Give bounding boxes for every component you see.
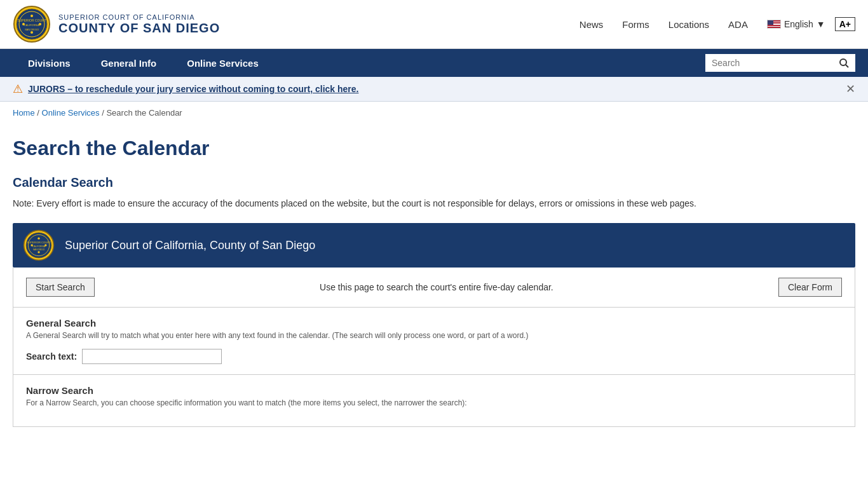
svg-text:CALIFORNIA: CALIFORNIA <box>24 24 39 27</box>
calendar-search-title: Calendar Search <box>13 175 855 190</box>
general-search-desc: A General Search will try to match what … <box>26 331 842 340</box>
svg-text:SUPERIOR COURT: SUPERIOR COURT <box>27 241 51 244</box>
svg-point-18 <box>37 238 39 240</box>
svg-line-11 <box>846 65 848 67</box>
general-search-section: General Search A General Search will try… <box>13 308 855 375</box>
nav-divisions[interactable]: Divisions <box>13 49 86 77</box>
breadcrumb-online-services[interactable]: Online Services <box>42 108 100 118</box>
svg-point-8 <box>22 23 25 25</box>
search-buttons-row: Start Search Use this page to search the… <box>13 268 855 307</box>
alert-close-button[interactable]: ✕ <box>846 82 855 96</box>
start-search-button[interactable]: Start Search <box>26 278 95 297</box>
alert-link[interactable]: JURORS – to reschedule your jury service… <box>28 84 358 94</box>
search-button[interactable] <box>832 54 855 72</box>
svg-point-6 <box>31 15 33 17</box>
svg-point-7 <box>31 31 33 34</box>
breadcrumb-home[interactable]: Home <box>13 108 35 118</box>
main-content: Search the Calendar Calendar Search Note… <box>0 124 868 446</box>
breadcrumb-current: Search the Calendar <box>106 108 182 118</box>
narrow-search-section: Narrow Search For a Narrow Search, you c… <box>13 375 855 426</box>
font-size-button[interactable]: A+ <box>835 17 855 31</box>
narrow-search-desc: For a Narrow Search, you can choose spec… <box>26 398 842 407</box>
chevron-down-icon: ▼ <box>817 19 825 29</box>
svg-text:SAN DIEGO: SAN DIEGO <box>33 249 45 252</box>
nav-general-info[interactable]: General Info <box>86 49 172 77</box>
main-navbar: Divisions General Info Online Services <box>0 49 868 77</box>
breadcrumb: Home / Online Services / Search the Cale… <box>0 102 868 124</box>
svg-text:SAN DIEGO: SAN DIEGO <box>25 28 39 31</box>
search-description: Use this page to search the court's enti… <box>95 282 778 292</box>
page-title: Search the Calendar <box>13 137 855 160</box>
nav-forms-link[interactable]: Forms <box>622 19 649 30</box>
search-text-label: Search text: <box>26 351 77 362</box>
top-nav-right: English ▼ A+ <box>767 17 855 31</box>
svg-point-21 <box>44 245 46 247</box>
language-label: English <box>784 19 813 29</box>
nav-news-link[interactable]: News <box>580 19 604 30</box>
search-bar <box>705 54 855 72</box>
top-nav: News Forms Locations ADA English ▼ A+ <box>580 17 855 31</box>
top-header: SUPERIOR COURT CALIFORNIA SAN DIEGO SUPE… <box>0 0 868 49</box>
court-seal-icon: SUPERIOR COURT CALIFORNIA SAN DIEGO <box>13 5 51 43</box>
svg-point-20 <box>31 245 33 247</box>
svg-point-10 <box>840 59 846 65</box>
svg-text:SUPERIOR COURT: SUPERIOR COURT <box>17 18 46 22</box>
language-selector[interactable]: English ▼ <box>767 19 825 29</box>
search-input[interactable] <box>705 54 832 72</box>
svg-point-9 <box>39 23 41 25</box>
search-form-container: Start Search Use this page to search the… <box>13 268 855 427</box>
court-card-title: Superior Court of California, County of … <box>65 239 315 252</box>
nav-online-services[interactable]: Online Services <box>172 49 274 77</box>
clear-form-button[interactable]: Clear Form <box>778 278 842 297</box>
nav-locations-link[interactable]: Locations <box>668 19 709 30</box>
note-text: Note: Every effort is made to ensure the… <box>13 196 855 210</box>
flag-icon <box>767 20 781 29</box>
warning-icon: ⚠ <box>13 82 23 96</box>
alert-content: ⚠ JURORS – to reschedule your jury servi… <box>13 82 358 96</box>
logo-text: SUPERIOR COURT OF CALIFORNIA COUNTY OF S… <box>58 13 220 36</box>
court-card-seal-icon: SUPERIOR COURT CALIFORNIA SAN DIEGO <box>23 229 55 261</box>
court-card: SUPERIOR COURT CALIFORNIA SAN DIEGO Supe… <box>13 223 855 268</box>
logo-text-top: SUPERIOR COURT OF CALIFORNIA <box>58 13 220 21</box>
svg-text:CALIFORNIA: CALIFORNIA <box>32 245 46 248</box>
nav-ada-link[interactable]: ADA <box>728 19 748 30</box>
logo-area: SUPERIOR COURT CALIFORNIA SAN DIEGO SUPE… <box>13 5 220 43</box>
svg-point-19 <box>37 252 39 254</box>
breadcrumb-sep-1: / <box>37 108 41 118</box>
logo-text-bottom: COUNTY OF SAN DIEGO <box>58 21 220 36</box>
search-text-row: Search text: <box>26 349 842 364</box>
alert-banner: ⚠ JURORS – to reschedule your jury servi… <box>0 77 868 102</box>
search-icon <box>839 58 849 68</box>
narrow-search-title: Narrow Search <box>26 385 842 396</box>
search-text-input[interactable] <box>82 349 222 364</box>
general-search-title: General Search <box>26 318 842 329</box>
